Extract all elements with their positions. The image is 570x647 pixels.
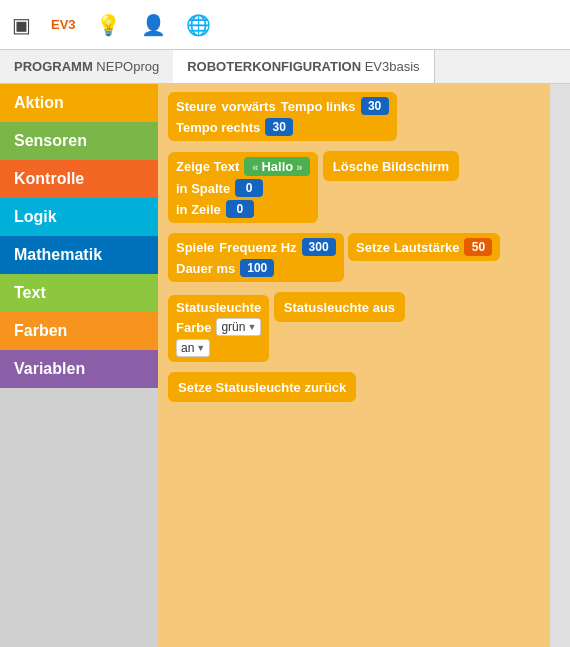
setze-laut-row: Setze Lautstärke 50 (356, 238, 492, 256)
block-setze-status[interactable]: Setze Statusleuchte zurück (168, 372, 356, 402)
status-row1: Statusleuchte (176, 300, 261, 315)
right-gutter (550, 84, 570, 647)
document-icon[interactable]: ▣ (12, 13, 31, 37)
sidebar-item-sensoren[interactable]: Sensoren (0, 122, 158, 160)
status-label1: Statusleuchte (176, 300, 261, 315)
steure-label1: Steure (176, 99, 216, 114)
main-layout: Aktion Sensoren Kontrolle Logik Mathemat… (0, 84, 570, 647)
block-zeige-text: Zeige Text « Hallo » in Spalte 0 in Zeil… (168, 152, 318, 223)
tab-programm[interactable]: PROGRAMM NEPOprog (0, 50, 173, 83)
zeige-text-label: Zeige Text (176, 159, 239, 174)
spiele-row1: Spiele Frequenz Hz 300 (176, 238, 336, 256)
person-icon[interactable]: 👤 (141, 13, 166, 37)
status-farbe-label: Farbe (176, 320, 211, 335)
tab-programm-prefix: PROGRAMM (14, 59, 93, 74)
setze-status-label: Setze Statusleuchte zurück (178, 380, 346, 395)
spiele-label2: Frequenz Hz (219, 240, 296, 255)
status-aus-label: Statusleuchte aus (284, 300, 395, 315)
top-nav: ▣ EV3 💡 👤 🌐 (0, 0, 570, 50)
quote-right: » (296, 161, 302, 173)
tab-programm-suffix: NEPOprog (93, 59, 160, 74)
status-an-arrow: ▼ (196, 343, 205, 353)
status-farbe-arrow: ▼ (247, 322, 256, 332)
quote-left: « (252, 161, 258, 173)
zeige-text-value[interactable]: « Hallo » (244, 157, 310, 176)
zeige-spalte-label: in Spalte (176, 181, 230, 196)
zeige-text-content: Hallo (261, 159, 293, 174)
bulb-icon[interactable]: 💡 (96, 13, 121, 37)
globe-icon[interactable]: 🌐 (186, 13, 211, 37)
steure-row2: Tempo rechts 30 (176, 118, 389, 136)
tab-roboter-prefix: ROBOTERKONFIGURATION (187, 59, 361, 74)
content-area: Steure vorwärts Tempo links 30 Tempo rec… (158, 84, 550, 647)
status-an-row: an ▼ (176, 339, 261, 357)
zeige-zeile-label: in Zeile (176, 202, 221, 217)
zeige-zeile-row: in Zeile 0 (176, 200, 310, 218)
zeige-spalte-row: in Spalte 0 (176, 179, 310, 197)
sidebar-item-mathematik[interactable]: Mathematik (0, 236, 158, 274)
steure-tempo-rechts: Tempo rechts (176, 120, 260, 135)
steure-tempo-links: Tempo links (281, 99, 356, 114)
block-steure: Steure vorwärts Tempo links 30 Tempo rec… (168, 92, 397, 141)
zeige-zeile-value[interactable]: 0 (226, 200, 254, 218)
sidebar-item-logik[interactable]: Logik (0, 198, 158, 236)
sidebar-item-aktion[interactable]: Aktion (0, 84, 158, 122)
steure-value2[interactable]: 30 (265, 118, 293, 136)
sidebar-item-variablen[interactable]: Variablen (0, 350, 158, 388)
ev3-icon[interactable]: EV3 (51, 17, 76, 32)
setze-laut-value[interactable]: 50 (464, 238, 492, 256)
sidebar-item-kontrolle[interactable]: Kontrolle (0, 160, 158, 198)
tab-roboter[interactable]: ROBOTERKONFIGURATION EV3basis (173, 50, 434, 83)
sidebar-item-farben[interactable]: Farben (0, 312, 158, 350)
status-farbe-value: grün (221, 320, 245, 334)
dauer-label: Dauer ms (176, 261, 235, 276)
block-spiele: Spiele Frequenz Hz 300 Dauer ms 100 (168, 233, 344, 282)
status-farbe-row: Farbe grün ▼ (176, 318, 261, 336)
steure-value1[interactable]: 30 (361, 97, 389, 115)
tab-bar: PROGRAMM NEPOprog ROBOTERKONFIGURATION E… (0, 50, 570, 84)
sidebar-item-text[interactable]: Text (0, 274, 158, 312)
status-an-dropdown[interactable]: an ▼ (176, 339, 210, 357)
block-status: Statusleuchte Farbe grün ▼ an ▼ (168, 295, 269, 362)
spiele-label1: Spiele (176, 240, 214, 255)
setze-laut-label: Setze Lautstärke (356, 240, 459, 255)
steure-label2: vorwärts (221, 99, 275, 114)
zeige-spalte-value[interactable]: 0 (235, 179, 263, 197)
spiele-value1[interactable]: 300 (302, 238, 336, 256)
block-setze-laut: Setze Lautstärke 50 (348, 233, 500, 261)
status-farbe-dropdown[interactable]: grün ▼ (216, 318, 261, 336)
tab-roboter-suffix: EV3basis (361, 59, 420, 74)
sidebar: Aktion Sensoren Kontrolle Logik Mathemat… (0, 84, 158, 647)
loesche-label: Lösche Bildschirm (333, 159, 449, 174)
zeige-text-row1: Zeige Text « Hallo » (176, 157, 310, 176)
dauer-value[interactable]: 100 (240, 259, 274, 277)
block-loesche[interactable]: Lösche Bildschirm (323, 151, 459, 181)
block-status-aus[interactable]: Statusleuchte aus (274, 292, 405, 322)
steure-row1: Steure vorwärts Tempo links 30 (176, 97, 389, 115)
status-an-value: an (181, 341, 194, 355)
spiele-row2: Dauer ms 100 (176, 259, 336, 277)
